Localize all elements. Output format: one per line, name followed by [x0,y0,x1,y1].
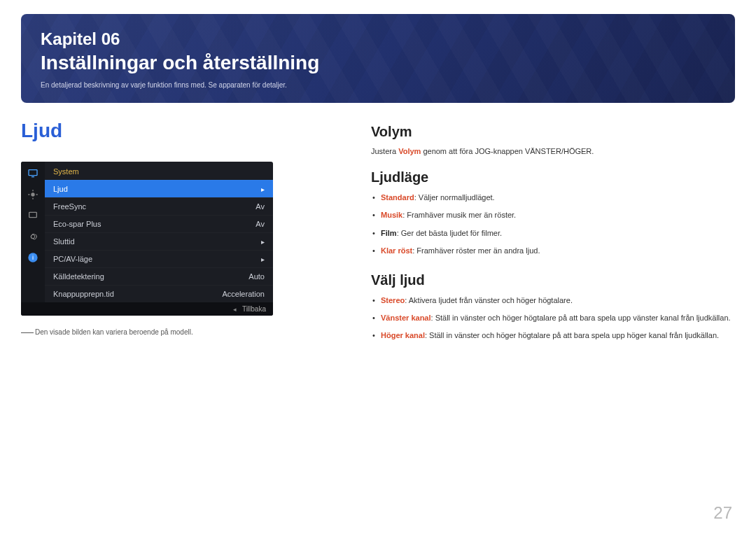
osd-row-label: FreeSync [53,202,86,211]
osd-row: Sluttid [45,232,273,250]
chevron-right-icon [261,255,265,263]
osd-row: Ljud [45,180,273,197]
osd-row-label: Knappupprepn.tid [53,290,114,298]
osd-row-value: Av [255,220,265,228]
osd-row-label: Eco-spar Plus [53,220,101,228]
display-icon [27,209,39,222]
svg-point-2 [31,192,34,196]
osd-row: Eco-spar PlusAv [45,215,273,232]
gear-icon [27,230,39,243]
ljudlage-list: Standard: Väljer normalljudläget.Musik: … [371,192,735,257]
osd-row-value: Acceleration [222,290,265,298]
footnote-text: Den visade bilden kan variera beroende p… [35,328,193,336]
list-item: Film: Ger det bästa ljudet för filmer. [371,228,735,239]
valjljud-list: Stereo: Aktivera ljudet från vänster och… [371,295,735,342]
footnote-dash-icon [21,332,34,333]
list-item-rest: : Ställ in vänster och höger högtalare p… [425,331,719,339]
volym-text: Justera Volym genom att föra JOG-knappen… [371,147,735,155]
footnote: Den visade bilden kan variera beroende p… [21,325,329,336]
list-item-lead: Musik [381,211,402,219]
monitor-icon [27,167,39,180]
chevron-right-icon [261,185,265,193]
chevron-right-icon [261,237,265,246]
right-column: Volym Justera Volym genom att föra JOG-k… [371,120,735,357]
list-item: Standard: Väljer normalljudläget. [371,192,735,203]
osd-row-value: Auto [248,272,265,281]
osd-row-label: Sluttid [53,237,75,246]
osd-screenshot: i System LjudFreeSyncAvEco-spar PlusAvSl… [21,162,273,316]
osd-footer: Tillbaka [21,302,273,316]
list-item: Vänster kanal: Ställ in vänster och höge… [371,313,735,323]
osd-rows: LjudFreeSyncAvEco-spar PlusAvSluttidPC/A… [45,180,273,302]
list-item: Höger kanal: Ställ in vänster och höger … [371,330,735,341]
info-icon: i [27,251,39,264]
chapter-header: Kapitel 06 Inställningar och återställni… [21,14,735,103]
svg-rect-1 [31,176,34,177]
list-item-lead: Standard [381,193,414,202]
svg-text:i: i [32,254,34,261]
page-number: 27 [713,503,732,523]
list-item: Klar röst: Framhäver röster mer än andra… [371,246,735,256]
chapter-description: En detaljerad beskrivning av varje funkt… [41,81,715,89]
volym-text-pre: Justera [371,147,398,155]
list-item-rest: : Väljer normalljudläget. [414,193,495,202]
osd-footer-label: Tillbaka [242,305,266,313]
osd-row: Knappupprepn.tidAcceleration [45,285,273,302]
list-item-rest: : Ställ in vänster och höger högtalare p… [431,314,731,322]
list-item-lead: Stereo [381,296,405,304]
osd-row: KälldetekteringAuto [45,267,273,285]
svg-rect-0 [29,170,37,176]
osd-sidebar: i [21,162,45,302]
chapter-label: Kapitel 06 [41,29,715,49]
osd-row-label: PC/AV-läge [53,255,92,263]
list-item-rest: : Aktivera ljudet från vänster och höger… [405,296,573,304]
left-column: Ljud [21,120,329,357]
osd-row: PC/AV-läge [45,250,273,267]
list-item-rest: : Framhäver musik mer än röster. [402,211,516,219]
heading-ljudlage: Ljudläge [371,169,735,185]
list-item-lead: Höger kanal [381,331,425,339]
brightness-icon [27,188,39,201]
heading-volym: Volym [371,124,735,140]
osd-body: i System LjudFreeSyncAvEco-spar PlusAvSl… [21,162,273,302]
osd-row-label: Ljud [53,185,68,193]
volym-text-highlight: Volym [398,147,421,155]
chapter-title: Inställningar och återställning [41,52,715,74]
list-item-rest: : Framhäver röster mer än andra ljud. [412,246,540,255]
volym-text-post: genom att föra JOG-knappen VÄNSTER/HÖGER… [421,147,594,155]
list-item-rest: : Ger det bästa ljudet för filmer. [397,229,502,237]
osd-main: System LjudFreeSyncAvEco-spar PlusAvSlut… [45,162,273,302]
osd-row: FreeSyncAv [45,197,273,215]
list-item-lead: Film [381,229,397,237]
list-item: Musik: Framhäver musik mer än röster. [371,210,735,220]
svg-rect-7 [29,212,37,217]
osd-header: System [45,162,273,180]
osd-row-value: Av [255,202,265,211]
list-item: Stereo: Aktivera ljudet från vänster och… [371,295,735,306]
heading-valjljud: Välj ljud [371,272,735,288]
section-title-ljud: Ljud [21,120,329,142]
page-root: Kapitel 06 Inställningar och återställni… [0,0,756,534]
back-arrow-icon [233,305,242,313]
list-item-lead: Vänster kanal [381,314,431,322]
osd-row-label: Källdetektering [53,272,104,281]
list-item-lead: Klar röst [381,246,412,255]
content-columns: Ljud [21,120,735,357]
